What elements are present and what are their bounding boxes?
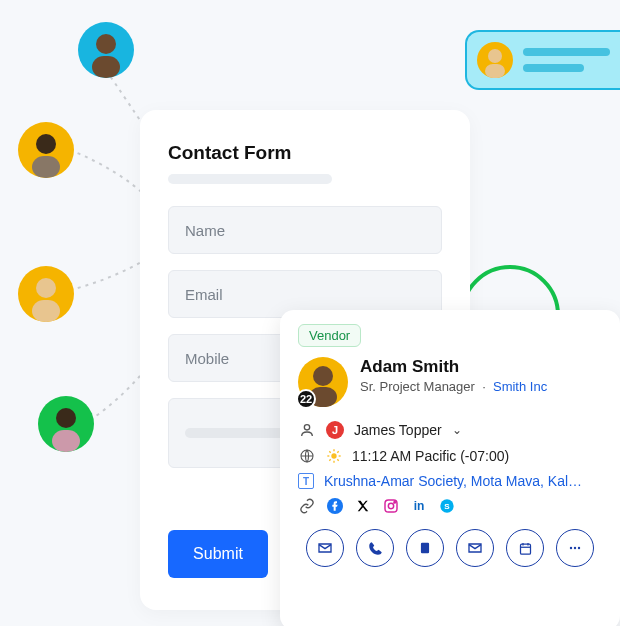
svg-rect-29: [421, 543, 429, 554]
svg-rect-30: [520, 544, 530, 554]
avatar-decor-2: [18, 122, 74, 178]
svg-line-19: [329, 451, 330, 452]
instagram-icon[interactable]: [382, 497, 400, 515]
mail2-button[interactable]: [456, 529, 494, 567]
svg-point-2: [36, 134, 56, 154]
facebook-icon[interactable]: [326, 497, 344, 515]
svg-point-0: [96, 34, 116, 54]
skype-icon[interactable]: S: [438, 497, 456, 515]
x-icon[interactable]: [354, 497, 372, 515]
svg-point-34: [570, 547, 572, 549]
company-link[interactable]: Smith Inc: [493, 379, 547, 394]
globe-icon: [298, 447, 316, 465]
contact-role: Sr. Project Manager: [360, 379, 475, 394]
svg-point-25: [388, 503, 393, 508]
link-icon: [298, 497, 316, 515]
action-button-row: [298, 529, 602, 567]
contact-subtitle: Sr. Project Manager · Smith Inc: [360, 379, 547, 394]
activity-count-badge: 22: [296, 389, 316, 409]
svg-text:S: S: [444, 502, 450, 511]
skeleton-line: [523, 48, 610, 56]
mail-button[interactable]: [306, 529, 344, 567]
skeleton-line: [523, 64, 584, 72]
contact-name: Adam Smith: [360, 357, 547, 377]
svg-point-36: [578, 547, 580, 549]
calendar-button[interactable]: [506, 529, 544, 567]
avatar-decor-1: [78, 22, 134, 78]
svg-point-4: [36, 278, 56, 298]
address-type-icon: T: [298, 473, 314, 489]
svg-line-20: [337, 459, 338, 460]
submit-button[interactable]: Submit: [168, 530, 268, 578]
svg-point-10: [313, 366, 333, 386]
svg-point-6: [56, 408, 76, 428]
svg-rect-7: [52, 430, 80, 452]
more-button[interactable]: [556, 529, 594, 567]
svg-line-22: [337, 451, 338, 452]
svg-rect-5: [32, 300, 60, 322]
chat-preview-card: [465, 30, 620, 90]
svg-rect-9: [485, 64, 505, 78]
timezone-row: 11:12 AM Pacific (-07:00): [298, 443, 602, 469]
svg-point-14: [331, 453, 336, 458]
timezone-text: 11:12 AM Pacific (-07:00): [352, 448, 509, 464]
owner-row[interactable]: J James Topper ⌄: [298, 417, 602, 443]
chevron-down-icon: ⌄: [452, 423, 462, 437]
contact-avatar: 22: [298, 357, 348, 407]
note-button[interactable]: [406, 529, 444, 567]
svg-point-26: [394, 502, 396, 504]
svg-point-35: [574, 547, 576, 549]
avatar-decor-3: [18, 266, 74, 322]
svg-point-8: [488, 49, 502, 63]
avatar-decor-4: [38, 396, 94, 452]
address-text: Krushna-Amar Society, Mota Mava, Kalaw..…: [324, 473, 584, 489]
address-row[interactable]: T Krushna-Amar Society, Mota Mava, Kalaw…: [298, 469, 602, 493]
owner-name: James Topper: [354, 422, 442, 438]
linkedin-icon[interactable]: in: [410, 497, 428, 515]
contact-type-tag: Vendor: [298, 324, 361, 347]
call-button[interactable]: [356, 529, 394, 567]
form-title: Contact Form: [168, 142, 442, 164]
svg-rect-1: [92, 56, 120, 78]
svg-line-21: [329, 459, 330, 460]
svg-rect-3: [32, 156, 60, 178]
owner-initial-badge: J: [326, 421, 344, 439]
svg-point-12: [304, 425, 309, 430]
person-icon: [298, 421, 316, 439]
sun-icon: [326, 448, 342, 464]
skeleton-line: [168, 174, 332, 184]
name-field[interactable]: [168, 206, 442, 254]
contact-detail-card: Vendor 22 Adam Smith Sr. Project Manager…: [280, 310, 620, 626]
avatar: [477, 42, 513, 78]
